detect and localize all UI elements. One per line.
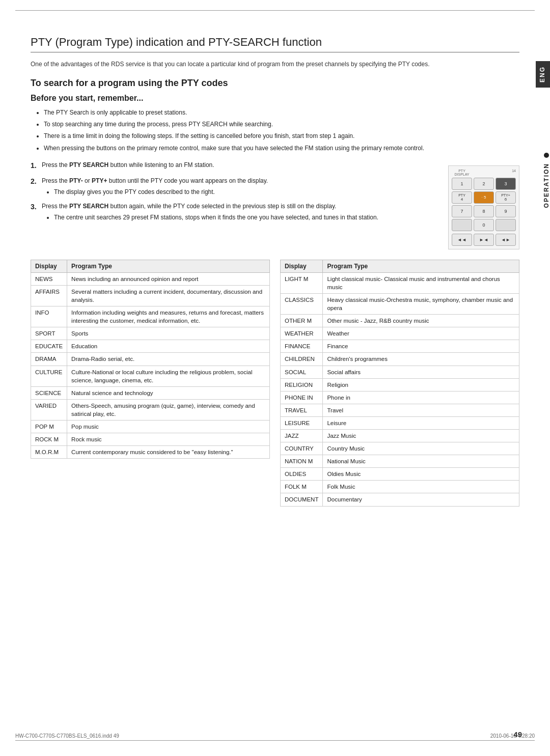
right-type-social: Social affairs	[323, 366, 519, 378]
step-2-bold1: PTY-	[69, 177, 83, 184]
left-type-morm: Current contemporary music considered to…	[67, 446, 270, 459]
remote-btn-0[interactable]: 0	[474, 219, 494, 231]
right-type-otherm: Other music - Jazz, R&B country music	[323, 315, 519, 327]
right-th-display: Display	[281, 260, 323, 272]
left-display-popm: POP M	[31, 420, 67, 433]
bullet-3: There is a time limit in doing the follo…	[44, 131, 519, 141]
step-1: 1. Press the PTY SEARCH button while lis…	[31, 160, 438, 171]
steps-col: 1. Press the PTY SEARCH button while lis…	[31, 160, 438, 227]
right-type-leisure: Leisure	[323, 416, 519, 429]
right-type-oldies: Oldies Music	[323, 468, 519, 481]
step-1-num: 1.	[31, 160, 42, 171]
right-display-otherm: OTHER M	[281, 315, 323, 327]
operation-label: OPERATION	[543, 160, 550, 211]
left-table: Display Program Type NEWS News including…	[31, 260, 270, 459]
table-row: DRAMA Drama-Radio serial, etc.	[31, 353, 270, 366]
remote-grid-row3: 7 8 9	[452, 205, 516, 217]
table-row: LEISURE Leisure	[281, 416, 519, 429]
remote-btn-next[interactable]: ◄►	[496, 234, 516, 246]
remote-btn-7[interactable]: 7	[452, 205, 472, 217]
left-type-sport: Sports	[67, 327, 270, 340]
left-type-popm: Pop music	[67, 420, 270, 433]
step-3: 3. Press the PTY SEARCH button again, wh…	[31, 202, 438, 222]
section-title: To search for a program using the PTY co…	[31, 78, 519, 89]
remote-label-ptydisplay: PTY DISPLAY	[452, 169, 472, 176]
table-row: AFFAIRS Several matters including a curr…	[31, 285, 270, 306]
sub-title: Before you start, remember...	[31, 94, 519, 103]
left-display-sport: SPORT	[31, 327, 67, 340]
step-1-bold: PTY SEARCH	[69, 161, 108, 169]
step-2-sub-1: The display gives you the PTY codes desc…	[54, 187, 438, 197]
right-display-social: SOCIAL	[281, 366, 323, 378]
left-type-info: Information including weights and measur…	[67, 306, 270, 327]
left-display-drama: DRAMA	[31, 353, 67, 366]
table-row: OTHER M Other music - Jazz, R&B country …	[281, 315, 519, 327]
table-row: CHILDREN Children's programmes	[281, 353, 519, 366]
remote-btn-prev[interactable]: ►◄	[474, 234, 494, 246]
left-display-news: NEWS	[31, 272, 67, 285]
footer: HW-C700-C770S-C770BS-ELS_0616.indd 49 20…	[15, 733, 535, 739]
remote-grid-controls: ◄◄ ►◄ ◄►	[452, 234, 516, 246]
right-type-jazz: Jazz Music	[323, 429, 519, 442]
right-th-program: Program Type	[323, 260, 519, 272]
step-3-bold: PTY SEARCH	[69, 203, 108, 210]
bullet-1: The PTY Search is only applicable to pre…	[44, 108, 519, 118]
right-display-children: CHILDREN	[281, 353, 323, 366]
left-type-varied: Others-Speech, amusing program (quiz, ga…	[67, 399, 270, 420]
right-type-nationm: National Music	[323, 455, 519, 468]
remote-label-14: 14	[496, 169, 516, 176]
page-number: 49	[513, 730, 522, 739]
table-row: SOCIAL Social affairs	[281, 366, 519, 378]
table-row: POP M Pop music	[31, 420, 270, 433]
left-display-rockm: ROCK M	[31, 433, 67, 446]
table-row: OLDIES Oldies Music	[281, 468, 519, 481]
bottom-border	[15, 740, 535, 741]
remote-btn-2[interactable]: 2	[474, 178, 494, 190]
step-2-content: Press the PTY- or PTY+ button until the …	[42, 176, 438, 197]
left-display-culture: CULTURE	[31, 366, 67, 386]
bullet-list: The PTY Search is only applicable to pre…	[36, 108, 519, 153]
step-3-sub-1: The centre unit searches 29 preset FM st…	[54, 213, 438, 222]
table-row: PHONE IN Phone in	[281, 391, 519, 404]
top-border	[15, 10, 535, 11]
step-2-bold2: PTY+	[92, 177, 107, 184]
table-row: SPORT Sports	[31, 327, 270, 340]
right-type-country: Country Music	[323, 442, 519, 455]
footer-right: 2010-06-16 4:28:20	[490, 733, 535, 739]
left-type-science: Natural science and technology	[67, 386, 270, 399]
table-row: DOCUMENT Documentary	[281, 493, 519, 506]
remote-image: PTY DISPLAY 14 1 2 3 PTY4 · 5 PTY+6 7 8 …	[448, 165, 519, 249]
left-table-body: NEWS News including an announced opinion…	[31, 272, 270, 459]
remote-btn-ptyplus6[interactable]: PTY+6	[496, 191, 516, 204]
remote-btn-3[interactable]: 3	[496, 178, 516, 190]
operation-dot	[544, 153, 549, 158]
right-type-lightm: Light classical music- Classical music a…	[323, 272, 519, 293]
remote-btn-9[interactable]: 9	[496, 205, 516, 217]
right-type-travel: Travel	[323, 404, 519, 416]
right-display-folkm: FOLK M	[281, 481, 323, 493]
remote-btn-5ptysearch[interactable]: · 5	[474, 191, 494, 204]
table-row: LIGHT M Light classical music- Classical…	[281, 272, 519, 293]
right-type-finance: Finance	[323, 340, 519, 353]
step-2-num: 2.	[31, 176, 42, 187]
page: ENG OPERATION PTY (Program Type) indicat…	[0, 0, 550, 756]
table-row: COUNTRY Country Music	[281, 442, 519, 455]
right-display-phonein: PHONE IN	[281, 391, 323, 404]
remote-btn-rewind[interactable]: ◄◄	[452, 234, 472, 246]
left-display-info: INFO	[31, 306, 67, 327]
right-type-phonein: Phone in	[323, 391, 519, 404]
remote-btn-pty4[interactable]: PTY4	[452, 191, 472, 204]
left-type-culture: Culture-National or local culture includ…	[67, 366, 270, 386]
left-type-rockm: Rock music	[67, 433, 270, 446]
remote-btn-8[interactable]: 8	[474, 205, 494, 217]
right-display-nationm: NATION M	[281, 455, 323, 468]
right-table: Display Program Type LIGHT M Light class…	[280, 260, 519, 507]
table-row: NATION M National Music	[281, 455, 519, 468]
left-display-science: SCIENCE	[31, 386, 67, 399]
remote-btn-1[interactable]: 1	[452, 178, 472, 190]
remote-label-blank	[474, 169, 494, 176]
left-type-drama: Drama-Radio serial, etc.	[67, 353, 270, 366]
left-display-educate: EDUCATE	[31, 340, 67, 353]
left-th-program: Program Type	[67, 260, 270, 272]
step-2-sub: The display gives you the PTY codes desc…	[46, 187, 438, 197]
